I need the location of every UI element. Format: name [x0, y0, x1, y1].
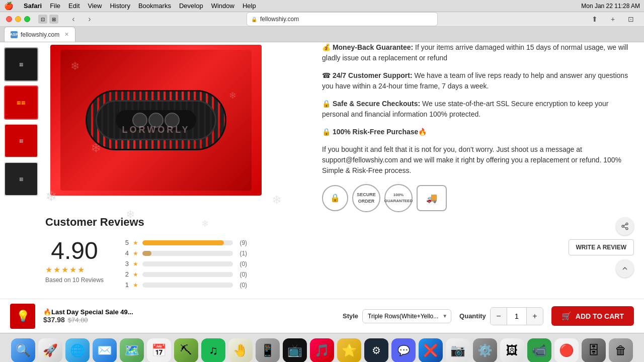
badge-shipping: 🚚	[417, 185, 447, 211]
dock-minecraft[interactable]: ⛏	[174, 338, 198, 363]
scrollable-content: ▦ ▦▦ ▦ ▦	[0, 42, 644, 299]
forward-button[interactable]: ›	[83, 12, 97, 26]
tab-favicon: ASP	[11, 31, 18, 38]
traffic-lights	[6, 16, 30, 22]
feature-risk-free-desc: If you bought it and felt that it is not…	[322, 144, 629, 176]
quantity-increase-button[interactable]: +	[527, 308, 543, 325]
dock-steam[interactable]: ⚙	[364, 338, 388, 363]
dock-music[interactable]: 🎵	[310, 338, 334, 363]
dock-facetime[interactable]: 📹	[527, 338, 551, 363]
quantity-decrease-button[interactable]: −	[491, 308, 507, 325]
svg-line-3	[624, 227, 626, 228]
menu-time: Mon Jan 22 11:28 AM	[581, 3, 640, 10]
dock-xcode[interactable]: ❌	[419, 338, 443, 363]
dock-reeder[interactable]: ⭐	[337, 338, 361, 363]
snowflake-1: ❄	[70, 60, 79, 73]
bottom-sticky-bar: 💡 🔥Last Day Special Sale 49... $37.98 $7…	[0, 299, 644, 333]
dock-mail[interactable]: ✉️	[93, 338, 117, 363]
rating-bars: 5 ★ (9) 4 ★ (1)	[124, 239, 247, 289]
quantity-label: Quantity	[459, 312, 486, 320]
based-on-text: Based on 10 Reviews	[45, 277, 104, 284]
rating-row-5: 5 ★ (9)	[124, 239, 247, 246]
svg-point-0	[626, 223, 628, 225]
dock-photos[interactable]: 📷	[446, 338, 470, 363]
dock-chrome[interactable]: 🔴	[554, 338, 579, 363]
dock-preview[interactable]: 🖼	[500, 338, 524, 363]
dock-discord[interactable]: 💬	[391, 338, 416, 363]
dock-launchpad[interactable]: 🚀	[38, 338, 62, 363]
thumbnail-1[interactable]: ▦▦	[4, 85, 38, 120]
reviews-section: Customer Reviews 4.90 ★ ★ ★ ★ ★	[45, 206, 312, 299]
dock-hand[interactable]: 🤚	[228, 338, 253, 363]
secure-icon: 🔒	[322, 100, 333, 108]
dock-maps[interactable]: 🗺️	[120, 338, 144, 363]
ssl-lock-icon: 🔒	[251, 17, 257, 22]
tab-bar: ASP fellowshiy.com ✕	[0, 27, 644, 42]
menu-safari[interactable]: Safari	[24, 2, 42, 10]
address-bar[interactable]: 🔒 fellowshiy.com	[247, 12, 438, 26]
dock-spotify[interactable]: ♫	[201, 338, 225, 363]
dock-tv[interactable]: 📺	[283, 338, 307, 363]
thumbnail-0[interactable]: ▦	[4, 47, 38, 81]
dock-iphone[interactable]: 📱	[256, 338, 280, 363]
menu-file[interactable]: File	[50, 2, 60, 10]
badge-secure: SECUREORDER	[352, 184, 380, 212]
menu-view[interactable]: View	[88, 2, 102, 10]
menu-develop[interactable]: Develop	[179, 2, 203, 10]
rating-row-1: 1 ★ (0)	[124, 281, 247, 289]
star-3: ★	[61, 265, 68, 275]
sidebar-toggle[interactable]: ⊡	[38, 15, 47, 24]
star-icon: ★	[133, 239, 138, 246]
thumbnail-3[interactable]: ▦	[4, 162, 38, 196]
snowflake-4: ❄	[45, 188, 57, 205]
close-button[interactable]	[6, 16, 12, 22]
dock-trash[interactable]: 🗑	[609, 338, 633, 363]
menubar: 🍎 Safari File Edit View History Bookmark…	[0, 0, 644, 12]
dock-calendar[interactable]: 📅	[147, 338, 171, 363]
money-back-icon: 💰	[322, 43, 333, 51]
content-area: ▦ ▦▦ ▦ ▦	[0, 42, 644, 333]
nav-arrows: ‹ ›	[66, 12, 97, 26]
menu-edit[interactable]: Edit	[68, 2, 79, 10]
expand-toggle[interactable]: ⊞	[49, 15, 58, 24]
add-to-cart-button[interactable]: 🛒 ADD TO CART	[551, 306, 634, 326]
menu-help[interactable]: Help	[243, 2, 256, 10]
dock-finder[interactable]: 🔍	[11, 338, 35, 363]
url-text: fellowshiy.com	[260, 16, 299, 23]
star-5: ★	[77, 265, 85, 275]
rating-row-2: 2 ★ (0)	[124, 270, 247, 278]
active-tab[interactable]: ASP fellowshiy.com ✕	[4, 27, 75, 42]
dock-finder2[interactable]: 🗄	[582, 338, 606, 363]
maximize-button[interactable]	[24, 16, 30, 22]
dock-safari[interactable]: 🌐	[65, 338, 90, 363]
star-2: ★	[53, 265, 60, 275]
top-section: ▦ ▦▦ ▦ ▦	[0, 42, 644, 299]
apple-menu[interactable]: 🍎	[4, 2, 14, 11]
back-button[interactable]: ‹	[66, 12, 80, 26]
main-product-image: LORWORLY ❄ ❄ ❄	[50, 45, 262, 196]
svg-line-4	[624, 224, 626, 226]
new-tab-button[interactable]: +	[606, 12, 620, 26]
share-button[interactable]: ⬆	[588, 12, 602, 26]
menubar-right: Mon Jan 22 11:28 AM	[581, 3, 640, 10]
write-review-button[interactable]: WRITE A REVIEW	[569, 239, 634, 255]
sidebar-show-button[interactable]: ⊡	[624, 12, 638, 26]
quantity-section: Quantity − 1 +	[459, 307, 543, 325]
menu-bookmarks[interactable]: Bookmarks	[138, 2, 171, 10]
style-select[interactable]: Triple Rows(White+Yello... Single Row Wh…	[362, 309, 451, 323]
minimize-button[interactable]	[15, 16, 21, 22]
cart-icon: 🛒	[561, 311, 572, 321]
thumbnail-2[interactable]: ▦	[4, 124, 38, 158]
product-price-orig: $74.80	[68, 316, 88, 324]
tab-close-icon[interactable]: ✕	[64, 31, 69, 38]
star-4: ★	[69, 265, 76, 275]
share-float-button[interactable]	[616, 217, 634, 235]
scroll-top-button[interactable]	[616, 259, 634, 278]
rating-row-4: 4 ★ (1)	[124, 249, 247, 257]
menu-history[interactable]: History	[110, 2, 130, 10]
dock-settings[interactable]: ⚙️	[473, 338, 497, 363]
snowflake-3: ❄	[229, 90, 236, 101]
stars-display: ★ ★ ★ ★ ★	[45, 265, 104, 275]
menu-window[interactable]: Window	[211, 2, 234, 10]
reviews-summary: 4.90 ★ ★ ★ ★ ★ Based on 10 Reviews	[45, 239, 302, 289]
